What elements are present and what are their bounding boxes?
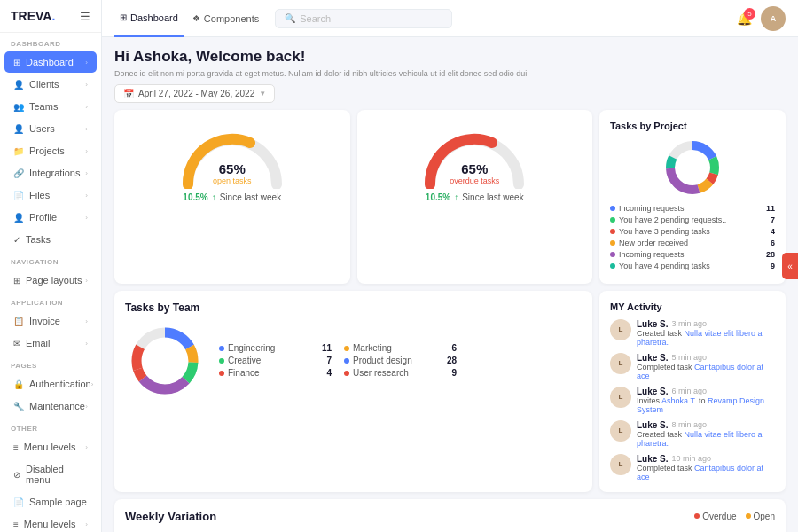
tasks-icon: ✓ [13, 235, 20, 245]
activity-name-0: Luke S. [637, 319, 669, 329]
sidebar-section-navigation: NAVIGATION ⊞Page layouts › [0, 251, 101, 292]
sidebar-item-files[interactable]: 📄Files › [4, 184, 97, 206]
clients-icon: 👤 [13, 80, 24, 90]
components-nav-icon: ❖ [192, 13, 200, 23]
up-arrow-icon2: ↑ [454, 192, 458, 202]
sidebar-item-menu-levels2[interactable]: ≡Menu levels › [4, 513, 97, 532]
activity-avatar-1: L [610, 353, 631, 374]
projects-icon: 📁 [13, 146, 24, 156]
weekly-variation-card: Weekly Variation Overdue Open CREATIVE [114, 499, 786, 532]
sidebar-section-label-pages: PAGES [0, 355, 101, 372]
sidebar-item-email[interactable]: ✉Email › [4, 332, 97, 354]
dashboard-nav-icon: ⊞ [120, 12, 127, 22]
activity-time-1: 5 min ago [672, 353, 708, 362]
overdue-tasks-stat-text: Since last week [462, 192, 523, 202]
sidebar-item-maintenance[interactable]: 🔧Maintenance › [4, 395, 97, 417]
notification-badge: 5 [744, 8, 755, 20]
topnav-link-dashboard[interactable]: ⊞ Dashboard [114, 0, 184, 37]
chevron-icon: › [85, 103, 88, 111]
menu-levels2-icon: ≡ [13, 520, 19, 529]
sidebar-item-profile[interactable]: 👤Profile › [4, 207, 97, 228]
sidebar-item-sample-page[interactable]: 📄Sample page [4, 491, 97, 512]
activity-link-2a[interactable]: Ashoka T. [661, 396, 696, 405]
activity-name-1: Luke S. [637, 353, 669, 363]
activity-name-2: Luke S. [637, 387, 669, 396]
open-tasks-stat: 10.5% ↑ Since last week [183, 192, 281, 202]
chevron-icon: › [85, 59, 88, 66]
sidebar-item-disabled-menu[interactable]: ⊘Disabled menu [4, 458, 97, 490]
chevron-icon: › [85, 192, 88, 200]
activity-name-4: Luke S. [637, 454, 669, 464]
open-tasks-card: 65% open tasks 10.5% ↑ Since last week [114, 110, 350, 284]
topnav-search-box[interactable]: 🔍 Search [275, 9, 452, 28]
activity-name-3: Luke S. [637, 420, 669, 430]
activity-item-4: L Luke S. 10 min ago Completed task Cant… [610, 454, 775, 481]
sidebar-section-label-other: OTHER [0, 418, 101, 435]
chevron-icon: › [85, 403, 88, 411]
welcome-desc: Donec id elit non mi porta gravida at eg… [114, 68, 558, 80]
sidebar-item-clients[interactable]: 👤Clients › [4, 74, 97, 95]
overdue-tasks-card: 65% overdue tasks 10.5% ↑ Since last wee… [357, 110, 593, 284]
topnav-link-components[interactable]: ❖ Components [187, 0, 264, 37]
sidebar-item-integrations[interactable]: 🔗Integrations › [4, 162, 97, 184]
tasks-by-project-title: Tasks by Project [610, 121, 775, 131]
sidebar-logo: TREVA. ☰ [0, 0, 101, 33]
team-legend-finance: Finance 4 [219, 368, 332, 378]
overdue-tasks-label: overdue tasks [450, 176, 499, 185]
menu-icon[interactable]: ☰ [80, 10, 90, 23]
sidebar-item-page-layouts[interactable]: ⊞Page layouts › [4, 270, 97, 291]
sidebar-section-label-app: APPLICATION [0, 292, 101, 309]
sidebar-item-dashboard[interactable]: ⊞Dashboard › [4, 51, 97, 73]
main-area: ⊞ Dashboard ❖ Components 🔍 Search 🔔 5 A … [102, 0, 798, 532]
overdue-tasks-stat-value: 10.5% [426, 192, 450, 202]
chevron-icon: › [85, 317, 88, 325]
sidebar-item-teams[interactable]: 👥Teams › [4, 96, 97, 117]
sidebar: TREVA. ☰ DASHBOARD ⊞Dashboard › 👤Clients… [0, 0, 102, 532]
legend-item-3: New order received 6 [610, 239, 775, 247]
activity-item-0: L Luke S. 3 min ago Created task Nulla v… [610, 319, 775, 347]
sidebar-item-invoice[interactable]: 📋Invoice › [4, 310, 97, 332]
chevron-icon: › [85, 125, 88, 133]
legend-item-2: You have 3 pending tasks 4 [610, 227, 775, 236]
activity-item-3: L Luke S. 8 min ago Created task Nulla v… [610, 420, 775, 448]
weekly-legend: Overdue Open [694, 512, 775, 521]
sidebar-item-tasks[interactable]: ✓Tasks [4, 229, 97, 250]
legend-item-0: Incoming requests 11 [610, 204, 775, 213]
sidebar-item-menu-levels[interactable]: ≡Menu levels › [4, 436, 97, 458]
chevron-icon: › [85, 520, 88, 528]
team-donut-chart [125, 321, 205, 401]
sidebar-item-authentication[interactable]: 🔒Authentication › [4, 373, 97, 395]
content-area: Hi Ashoka, Welcome back! Donec id elit n… [102, 37, 798, 532]
notification-button[interactable]: 🔔 5 [737, 12, 752, 26]
activity-time-3: 8 min ago [672, 420, 708, 429]
collapse-button[interactable]: « [782, 253, 798, 279]
users-icon: 👤 [13, 124, 24, 134]
team-legend-marketing: Marketing 6 [344, 343, 457, 353]
project-donut-chart [661, 137, 724, 199]
top-metrics-row: 65% open tasks 10.5% ↑ Since last week [114, 110, 786, 284]
menu-levels-icon: ≡ [13, 442, 19, 452]
open-tasks-stat-text: Since last week [220, 192, 281, 202]
sidebar-item-users[interactable]: 👤Users › [4, 118, 97, 139]
chevron-icon: › [85, 169, 88, 177]
tasks-by-team-card: Tasks by Team Engineering [114, 291, 592, 492]
activity-item-1: L Luke S. 5 min ago Completed task Canta… [610, 353, 775, 380]
page-header: Hi Ashoka, Welcome back! Donec id elit n… [114, 48, 786, 103]
team-legend-user-research: User research 9 [344, 368, 457, 378]
activity-item-2: L Luke S. 6 min ago Invites Ashoka T. to… [610, 387, 775, 414]
overdue-tasks-percentage: 65% [450, 161, 499, 176]
sidebar-section-label: DASHBOARD [0, 33, 101, 51]
date-range-picker[interactable]: 📅 April 27, 2022 - May 26, 2022 ▼ [114, 84, 275, 103]
project-legend: Incoming requests 11 You have 2 pending … [610, 204, 775, 270]
sidebar-item-projects[interactable]: 📁Projects › [4, 140, 97, 161]
invoice-icon: 📋 [13, 317, 24, 326]
welcome-title: Hi Ashoka, Welcome back! [114, 48, 786, 66]
open-tasks-stat-value: 10.5% [183, 192, 207, 202]
topnav-right: 🔔 5 A [737, 6, 786, 31]
auth-icon: 🔒 [13, 379, 24, 389]
up-arrow-icon: ↑ [212, 192, 216, 202]
user-avatar[interactable]: A [761, 6, 786, 31]
activity-avatar-2: L [610, 387, 631, 408]
team-legend-creative: Creative 7 [219, 356, 332, 365]
sidebar-section-other: OTHER ≡Menu levels › ⊘Disabled menu 📄Sam… [0, 418, 101, 532]
